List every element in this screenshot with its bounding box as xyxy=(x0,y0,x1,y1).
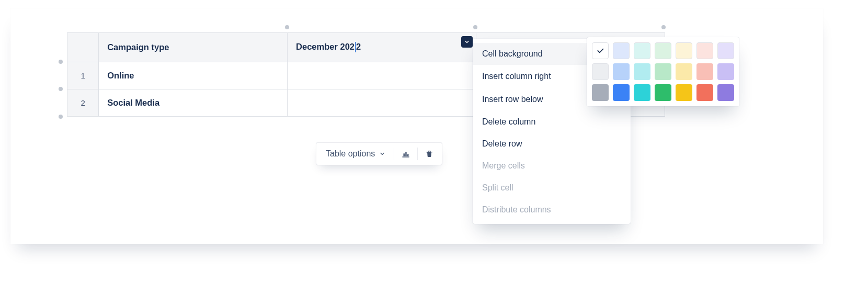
table-cell[interactable]: Social Media xyxy=(99,89,288,117)
color-swatch[interactable] xyxy=(592,42,609,59)
color-swatch[interactable] xyxy=(634,63,650,80)
color-swatch[interactable] xyxy=(613,63,630,80)
table-cell-text: Social Media xyxy=(107,98,159,107)
context-menu-item-label: Delete column xyxy=(482,117,535,127)
editor-canvas: Campaign type December 2022 1Online2Soci… xyxy=(10,8,823,244)
color-swatch[interactable] xyxy=(592,63,609,80)
svg-rect-2 xyxy=(407,154,408,156)
row-insert-handle[interactable] xyxy=(59,115,63,119)
chevron-down-icon xyxy=(379,151,385,157)
table-cell[interactable]: Online xyxy=(99,62,288,89)
column-header-label: Campaign type xyxy=(107,42,169,52)
text-caret xyxy=(355,42,356,52)
column-header-text-after-caret: 2 xyxy=(356,42,361,51)
color-swatch[interactable] xyxy=(696,63,713,80)
row-number-cell[interactable]: 1 xyxy=(67,62,99,89)
column-header[interactable]: Campaign type xyxy=(99,33,288,62)
color-swatch[interactable] xyxy=(613,84,630,101)
color-swatch[interactable] xyxy=(717,84,734,101)
context-menu-item-label: Delete row xyxy=(482,139,522,149)
color-swatch[interactable] xyxy=(634,84,650,101)
color-swatch[interactable] xyxy=(592,84,609,101)
column-insert-handle[interactable] xyxy=(661,25,666,29)
column-insert-handle[interactable] xyxy=(285,25,289,29)
color-swatch[interactable] xyxy=(676,42,692,59)
palette-row xyxy=(592,63,734,80)
palette-row xyxy=(592,84,734,101)
column-header-editing[interactable]: December 2022 xyxy=(288,33,476,62)
chevron-down-icon xyxy=(464,39,470,45)
color-swatch[interactable] xyxy=(676,84,692,101)
context-menu-item: Merge cells xyxy=(473,155,631,177)
context-menu-item-label: Split cell xyxy=(482,183,513,193)
context-menu-item[interactable]: Delete row xyxy=(473,133,631,155)
color-swatch[interactable] xyxy=(696,84,713,101)
table-cell-text: Online xyxy=(107,71,134,80)
context-menu-item-label: Cell background xyxy=(482,49,543,59)
chart-button[interactable] xyxy=(396,145,415,163)
check-icon xyxy=(596,47,604,55)
context-menu-item: Distribute columns xyxy=(473,199,631,221)
palette-row xyxy=(592,42,734,59)
table-cell[interactable] xyxy=(288,62,476,89)
color-swatch[interactable] xyxy=(717,42,734,59)
context-menu-item-label: Distribute columns xyxy=(482,205,551,215)
table-corner-cell[interactable] xyxy=(67,33,99,62)
color-swatch[interactable] xyxy=(655,84,671,101)
column-options-button[interactable] xyxy=(461,36,473,48)
color-swatch[interactable] xyxy=(613,42,630,59)
color-swatch[interactable] xyxy=(717,63,734,80)
table-options-button[interactable]: Table options xyxy=(319,146,392,162)
svg-rect-1 xyxy=(406,152,407,156)
color-swatch[interactable] xyxy=(676,63,692,80)
table-options-label: Table options xyxy=(326,149,375,159)
color-swatch[interactable] xyxy=(634,42,650,59)
color-swatch[interactable] xyxy=(696,42,713,59)
context-menu-item-label: Merge cells xyxy=(482,161,525,171)
svg-rect-0 xyxy=(404,153,405,156)
bar-chart-icon xyxy=(401,149,410,159)
row-insert-handle[interactable] xyxy=(59,87,63,91)
color-swatch[interactable] xyxy=(655,63,671,80)
row-number-cell[interactable]: 2 xyxy=(67,89,99,117)
column-insert-handle[interactable] xyxy=(473,25,477,29)
color-swatch[interactable] xyxy=(655,42,671,59)
context-menu-item-label: Insert row below xyxy=(482,95,543,104)
context-menu-item-label: Insert column right xyxy=(482,72,551,81)
table-cell[interactable] xyxy=(288,89,476,117)
table-floating-toolbar: Table options xyxy=(316,142,442,165)
delete-table-button[interactable] xyxy=(420,145,439,163)
cell-background-palette xyxy=(587,37,739,106)
context-menu-item: Split cell xyxy=(473,177,631,199)
column-header-text-before-caret: December 202 xyxy=(296,42,355,51)
toolbar-separator xyxy=(417,148,418,160)
trash-icon xyxy=(425,150,433,158)
context-menu-item[interactable]: Delete column xyxy=(473,111,631,133)
row-insert-handle[interactable] xyxy=(59,60,63,64)
toolbar-separator xyxy=(394,148,394,160)
